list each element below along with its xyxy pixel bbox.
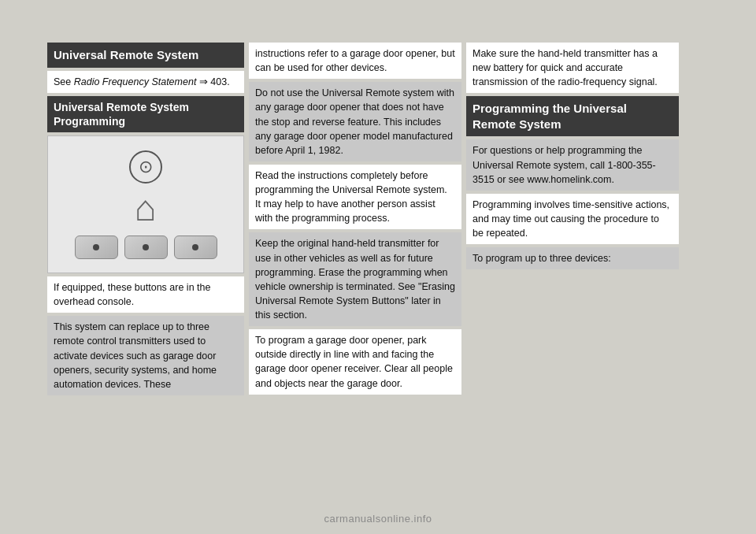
circle-icon: ⊙ — [129, 150, 162, 184]
column-left: Universal Remote System See Radio Freque… — [47, 43, 244, 499]
remote-button-3 — [174, 235, 217, 259]
remote-button-2 — [124, 235, 168, 259]
caption-block-1: If equipped, these buttons are in the ov… — [47, 276, 244, 313]
sub-title: Universal Remote System Programming — [47, 96, 244, 132]
main-title: Universal Remote System — [47, 43, 244, 68]
right-block-3: Programming involves time-sensitive acti… — [466, 194, 679, 244]
btn-dot-2 — [143, 244, 149, 250]
mid-block-4: Keep the original hand-held transmitter … — [249, 232, 461, 326]
btn-dot-3 — [192, 244, 198, 250]
house-glyph: ⌂ — [135, 190, 157, 226]
right-block-4: To program up to three devices: — [466, 247, 679, 269]
content-area: Universal Remote System See Radio Freque… — [47, 43, 709, 499]
mid-block-1: instructions refer to a garage door open… — [249, 43, 461, 79]
column-mid: instructions refer to a garage door open… — [249, 43, 461, 499]
ref-text: See Radio Frequency Statement ⇒ 403. — [47, 71, 244, 93]
remote-button-1 — [75, 235, 118, 259]
mid-block-2: Do not use the Universal Remote system w… — [249, 82, 461, 161]
camera-glyph: ⊙ — [139, 157, 153, 177]
watermark: carmanualsonline.info — [324, 513, 432, 525]
btn-dot-1 — [93, 244, 99, 250]
mid-block-3: Read the instructions completely before … — [249, 165, 461, 230]
right-section-header: Programming the Universal Remote System — [466, 96, 679, 136]
right-block-2: For questions or help programming the Un… — [466, 139, 679, 190]
mid-block-5: To program a garage door opener, park ou… — [249, 329, 461, 395]
remote-icons: ⊙ ⌂ — [75, 150, 217, 259]
remote-image: ⊙ ⌂ — [47, 135, 244, 273]
page-container: Universal Remote System See Radio Freque… — [0, 0, 756, 534]
remote-buttons-row — [75, 235, 217, 259]
column-right: Make sure the hand-held transmitter has … — [466, 43, 679, 499]
caption-block-2: This system can replace up to three remo… — [47, 316, 244, 395]
right-block-1: Make sure the hand-held transmitter has … — [466, 43, 679, 93]
